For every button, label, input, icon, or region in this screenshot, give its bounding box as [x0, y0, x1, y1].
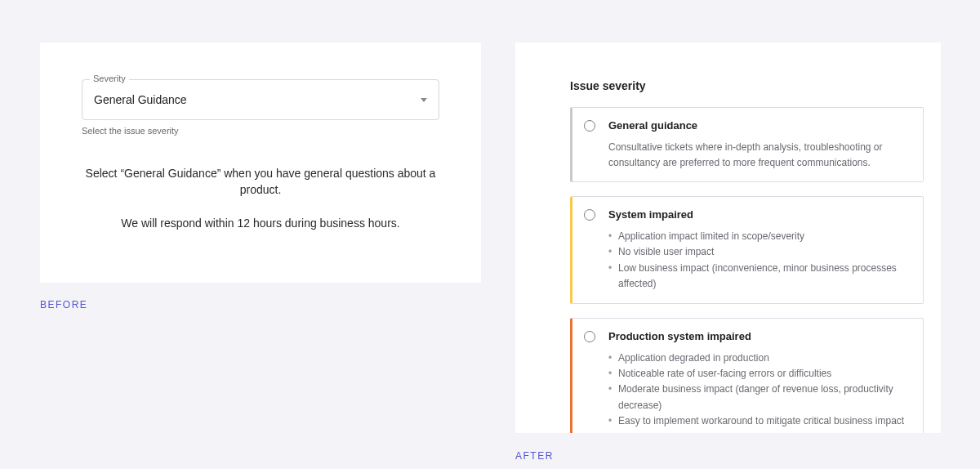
severity-option-title: Production system impaired — [608, 330, 910, 342]
severity-option-bullet: Moderate business impact (danger of reve… — [608, 382, 910, 413]
severity-field-label: Severity — [90, 74, 129, 83]
radio-icon[interactable] — [584, 331, 595, 342]
before-label: BEFORE — [40, 299, 87, 310]
before-explanation: Select “General Guidance” when you have … — [82, 165, 439, 231]
severity-option-title: General guidance — [608, 119, 910, 132]
severity-option-bullet: Noticeable rate of user-facing errors or… — [608, 366, 910, 382]
severity-select-value: General Guidance — [94, 93, 187, 106]
severity-option-bullets: Application degraded in productionNotice… — [608, 351, 910, 429]
severity-select[interactable]: General Guidance — [82, 79, 439, 120]
before-panel: Severity General Guidance Select the iss… — [40, 42, 481, 283]
radio-icon[interactable] — [584, 209, 595, 221]
severity-option-body: General guidanceConsultative tickets whe… — [608, 119, 910, 170]
after-panel: Issue severity General guidanceConsultat… — [515, 42, 941, 433]
after-label: AFTER — [515, 450, 554, 462]
before-explain-2: We will respond within 12 hours during b… — [82, 215, 439, 231]
severity-option-bullets: Application impact limited in scope/seve… — [608, 229, 910, 292]
before-explain-1: Select “General Guidance” when you have … — [82, 165, 439, 199]
severity-option-body: System impairedApplication impact limite… — [608, 208, 910, 292]
chevron-down-icon — [421, 98, 427, 102]
severity-option[interactable]: Production system impairedApplication de… — [570, 318, 924, 433]
severity-option-title: System impaired — [608, 208, 910, 221]
severity-option-bullet: Low business impact (inconvenience, mino… — [608, 261, 910, 292]
radio-icon[interactable] — [584, 120, 595, 132]
severity-option-bullet: Application degraded in production — [608, 351, 910, 366]
severity-option-bullet: Easy to implement workaround to mitigate… — [608, 413, 910, 429]
severity-option[interactable]: System impairedApplication impact limite… — [570, 196, 924, 304]
issue-severity-heading: Issue severity — [570, 79, 941, 92]
severity-option-bullet: Application impact limited in scope/seve… — [608, 229, 910, 244]
severity-option-bullet: No visible user impact — [608, 244, 910, 260]
severity-helper-text: Select the issue severity — [82, 126, 439, 136]
severity-options: General guidanceConsultative tickets whe… — [570, 107, 924, 433]
severity-option-body: Production system impairedApplication de… — [608, 330, 910, 429]
severity-option[interactable]: General guidanceConsultative tickets whe… — [570, 107, 924, 182]
severity-field: Severity General Guidance — [82, 79, 439, 120]
severity-option-desc: Consultative tickets where in-depth anal… — [608, 140, 910, 170]
